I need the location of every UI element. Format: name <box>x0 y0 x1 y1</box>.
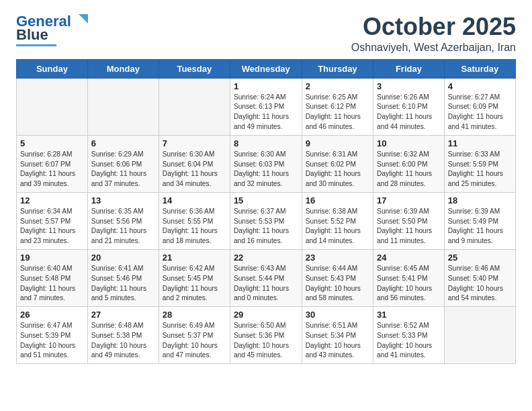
day-info: Sunrise: 6:39 AM Sunset: 5:49 PM Dayligh… <box>448 207 512 246</box>
calendar-cell: 3Sunrise: 6:26 AM Sunset: 6:10 PM Daylig… <box>373 78 445 135</box>
day-info: Sunrise: 6:36 AM Sunset: 5:55 PM Dayligh… <box>163 207 226 246</box>
day-info: Sunrise: 6:49 AM Sunset: 5:37 PM Dayligh… <box>163 321 226 361</box>
calendar-cell <box>17 78 88 135</box>
day-number: 23 <box>306 253 369 263</box>
day-number: 9 <box>306 138 369 148</box>
calendar-cell: 31Sunrise: 6:52 AM Sunset: 5:33 PM Dayli… <box>373 307 445 364</box>
day-number: 5 <box>20 138 84 148</box>
calendar-cell: 18Sunrise: 6:39 AM Sunset: 5:49 PM Dayli… <box>444 192 515 249</box>
calendar-cell: 7Sunrise: 6:30 AM Sunset: 6:04 PM Daylig… <box>159 135 230 192</box>
header: General Blue October 2025 Oshnaviyeh, We… <box>16 13 516 54</box>
day-number: 14 <box>163 195 226 205</box>
day-number: 16 <box>306 195 369 205</box>
day-info: Sunrise: 6:24 AM Sunset: 6:13 PM Dayligh… <box>234 93 298 132</box>
day-info: Sunrise: 6:37 AM Sunset: 5:53 PM Dayligh… <box>234 207 298 246</box>
calendar-cell: 12Sunrise: 6:34 AM Sunset: 5:57 PM Dayli… <box>17 192 88 249</box>
day-number: 19 <box>20 253 84 263</box>
calendar-cell: 26Sunrise: 6:47 AM Sunset: 5:39 PM Dayli… <box>17 307 88 364</box>
day-info: Sunrise: 6:40 AM Sunset: 5:48 PM Dayligh… <box>20 264 84 304</box>
calendar-week-row: 5Sunrise: 6:28 AM Sunset: 6:07 PM Daylig… <box>17 135 516 192</box>
weekday-header-friday: Friday <box>373 59 445 78</box>
calendar-cell: 23Sunrise: 6:44 AM Sunset: 5:43 PM Dayli… <box>302 249 373 306</box>
day-info: Sunrise: 6:32 AM Sunset: 6:00 PM Dayligh… <box>377 150 441 189</box>
weekday-header-sunday: Sunday <box>17 59 88 78</box>
calendar-cell: 15Sunrise: 6:37 AM Sunset: 5:53 PM Dayli… <box>230 192 302 249</box>
calendar-cell: 6Sunrise: 6:29 AM Sunset: 6:06 PM Daylig… <box>87 135 159 192</box>
day-info: Sunrise: 6:46 AM Sunset: 5:40 PM Dayligh… <box>448 264 512 304</box>
day-info: Sunrise: 6:43 AM Sunset: 5:44 PM Dayligh… <box>234 264 298 304</box>
day-info: Sunrise: 6:33 AM Sunset: 5:59 PM Dayligh… <box>448 150 512 189</box>
calendar-cell: 9Sunrise: 6:31 AM Sunset: 6:02 PM Daylig… <box>302 135 373 192</box>
day-number: 18 <box>448 195 512 205</box>
logo-icon <box>73 11 88 26</box>
day-info: Sunrise: 6:31 AM Sunset: 6:02 PM Dayligh… <box>306 150 369 189</box>
day-number: 8 <box>234 138 298 148</box>
day-info: Sunrise: 6:41 AM Sunset: 5:46 PM Dayligh… <box>91 264 155 304</box>
calendar-cell: 24Sunrise: 6:45 AM Sunset: 5:41 PM Dayli… <box>373 249 445 306</box>
calendar-cell: 4Sunrise: 6:27 AM Sunset: 6:09 PM Daylig… <box>444 78 515 135</box>
day-number: 13 <box>91 195 155 205</box>
calendar-cell: 14Sunrise: 6:36 AM Sunset: 5:55 PM Dayli… <box>159 192 230 249</box>
day-number: 15 <box>234 195 298 205</box>
day-number: 31 <box>377 310 441 320</box>
day-info: Sunrise: 6:34 AM Sunset: 5:57 PM Dayligh… <box>20 207 84 246</box>
calendar-cell: 27Sunrise: 6:48 AM Sunset: 5:38 PM Dayli… <box>87 307 159 364</box>
day-info: Sunrise: 6:48 AM Sunset: 5:38 PM Dayligh… <box>91 321 155 361</box>
day-info: Sunrise: 6:28 AM Sunset: 6:07 PM Dayligh… <box>20 150 84 189</box>
calendar-cell: 2Sunrise: 6:25 AM Sunset: 6:12 PM Daylig… <box>302 78 373 135</box>
day-info: Sunrise: 6:50 AM Sunset: 5:36 PM Dayligh… <box>234 321 298 361</box>
calendar-cell: 11Sunrise: 6:33 AM Sunset: 5:59 PM Dayli… <box>444 135 515 192</box>
calendar-cell: 25Sunrise: 6:46 AM Sunset: 5:40 PM Dayli… <box>444 249 515 306</box>
calendar-cell: 29Sunrise: 6:50 AM Sunset: 5:36 PM Dayli… <box>230 307 302 364</box>
day-number: 26 <box>20 310 84 320</box>
day-number: 20 <box>91 253 155 263</box>
day-number: 7 <box>163 138 226 148</box>
day-number: 17 <box>377 195 441 205</box>
day-number: 11 <box>448 138 512 148</box>
weekday-header-thursday: Thursday <box>302 59 373 78</box>
calendar-cell <box>87 78 159 135</box>
calendar-cell: 13Sunrise: 6:35 AM Sunset: 5:56 PM Dayli… <box>87 192 159 249</box>
day-number: 25 <box>448 253 512 263</box>
day-info: Sunrise: 6:38 AM Sunset: 5:52 PM Dayligh… <box>306 207 369 246</box>
weekday-header-saturday: Saturday <box>444 59 515 78</box>
svg-marker-0 <box>79 14 88 24</box>
location-subtitle: Oshnaviyeh, West Azerbaijan, Iran <box>351 42 516 54</box>
weekday-header-monday: Monday <box>87 59 159 78</box>
day-info: Sunrise: 6:39 AM Sunset: 5:50 PM Dayligh… <box>377 207 441 246</box>
day-info: Sunrise: 6:35 AM Sunset: 5:56 PM Dayligh… <box>91 207 155 246</box>
day-info: Sunrise: 6:27 AM Sunset: 6:09 PM Dayligh… <box>448 93 512 132</box>
day-number: 2 <box>306 81 369 91</box>
day-info: Sunrise: 6:30 AM Sunset: 6:04 PM Dayligh… <box>163 150 226 189</box>
day-info: Sunrise: 6:44 AM Sunset: 5:43 PM Dayligh… <box>306 264 369 304</box>
day-number: 30 <box>306 310 369 320</box>
calendar-cell: 28Sunrise: 6:49 AM Sunset: 5:37 PM Dayli… <box>159 307 230 364</box>
weekday-header-row: SundayMondayTuesdayWednesdayThursdayFrid… <box>17 59 516 78</box>
day-info: Sunrise: 6:25 AM Sunset: 6:12 PM Dayligh… <box>306 93 369 132</box>
day-info: Sunrise: 6:30 AM Sunset: 6:03 PM Dayligh… <box>234 150 298 189</box>
day-number: 28 <box>163 310 226 320</box>
day-number: 22 <box>234 253 298 263</box>
day-number: 6 <box>91 138 155 148</box>
day-info: Sunrise: 6:47 AM Sunset: 5:39 PM Dayligh… <box>20 321 84 361</box>
calendar-cell: 8Sunrise: 6:30 AM Sunset: 6:03 PM Daylig… <box>230 135 302 192</box>
title-area: October 2025 Oshnaviyeh, West Azerbaijan… <box>351 13 516 54</box>
calendar-cell: 30Sunrise: 6:51 AM Sunset: 5:34 PM Dayli… <box>302 307 373 364</box>
calendar-cell: 22Sunrise: 6:43 AM Sunset: 5:44 PM Dayli… <box>230 249 302 306</box>
calendar-cell: 21Sunrise: 6:42 AM Sunset: 5:45 PM Dayli… <box>159 249 230 306</box>
logo: General Blue <box>16 13 88 46</box>
day-number: 3 <box>377 81 441 91</box>
month-title: October 2025 <box>351 13 516 40</box>
day-info: Sunrise: 6:52 AM Sunset: 5:33 PM Dayligh… <box>377 321 441 361</box>
calendar-cell <box>159 78 230 135</box>
calendar-cell: 20Sunrise: 6:41 AM Sunset: 5:46 PM Dayli… <box>87 249 159 306</box>
day-info: Sunrise: 6:45 AM Sunset: 5:41 PM Dayligh… <box>377 264 441 304</box>
day-info: Sunrise: 6:29 AM Sunset: 6:06 PM Dayligh… <box>91 150 155 189</box>
calendar-cell: 10Sunrise: 6:32 AM Sunset: 6:00 PM Dayli… <box>373 135 445 192</box>
weekday-header-tuesday: Tuesday <box>159 59 230 78</box>
calendar-week-row: 12Sunrise: 6:34 AM Sunset: 5:57 PM Dayli… <box>17 192 516 249</box>
day-number: 29 <box>234 310 298 320</box>
day-info: Sunrise: 6:51 AM Sunset: 5:34 PM Dayligh… <box>306 321 369 361</box>
day-number: 27 <box>91 310 155 320</box>
day-number: 12 <box>20 195 84 205</box>
